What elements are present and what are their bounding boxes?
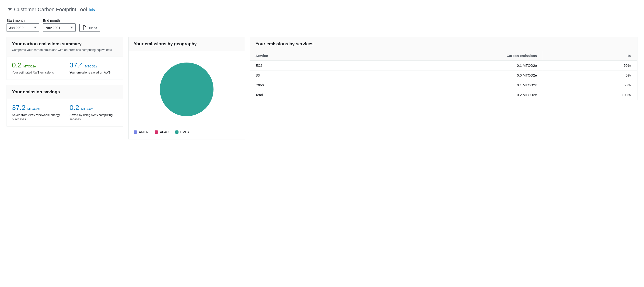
estimated-emissions-value: 0.2 (12, 62, 22, 68)
legend-swatch-icon (175, 130, 178, 134)
start-month-label: Start month (6, 18, 39, 22)
table-row: Total0.2 MTCO2e100% (250, 90, 637, 100)
services-card-title: Your emissions by services (256, 41, 632, 46)
print-label: Print (89, 26, 97, 30)
legend-swatch-icon (155, 130, 158, 134)
service-name-cell: EC2 (250, 61, 355, 70)
table-row: Other0.1 MTCO2e50% (250, 80, 637, 90)
emissions-by-geography-card: Your emissions by geography AMERAPACEMEA (128, 37, 245, 139)
renewable-savings-unit: MTCO2e (27, 107, 40, 110)
saved-emissions-value: 37.4 (70, 62, 83, 68)
start-month-select[interactable]: Jan 2020 (6, 23, 39, 32)
service-emissions-cell: 0.0 MTCO2e (355, 70, 542, 80)
services-table: Service Carbon emissions % EC20.1 MTCO2e… (250, 51, 637, 100)
end-month-value: Nov 2021 (46, 26, 60, 30)
end-month-label: End month (43, 18, 76, 22)
computing-savings-unit: MTCO2e (81, 107, 94, 110)
renewable-savings-value: 37.2 (12, 104, 26, 111)
info-link[interactable]: Info (89, 8, 96, 12)
section-header: Customer Carbon Footprint Tool Info (6, 6, 638, 15)
geography-card-title: Your emissions by geography (134, 41, 240, 46)
service-percent-cell: 0% (542, 70, 637, 80)
service-percent-cell: 50% (542, 61, 637, 70)
emission-savings-card: Your emission savings 37.2 MTCO2e Saved … (6, 85, 123, 126)
saved-emissions-unit: MTCO2e (85, 65, 97, 68)
service-percent-cell: 100% (542, 90, 637, 100)
service-emissions-cell: 0.2 MTCO2e (355, 90, 542, 100)
legend-item: EMEA (175, 130, 190, 134)
end-month-select[interactable]: Nov 2021 (43, 23, 76, 32)
chevron-down-icon (34, 26, 37, 28)
summary-card-title: Your carbon emissions summary (12, 41, 118, 46)
services-col-percent: % (542, 51, 637, 61)
services-col-service: Service (250, 51, 355, 61)
computing-savings-value: 0.2 (70, 104, 79, 111)
legend-label: AMER (139, 130, 148, 134)
services-col-emissions: Carbon emissions (355, 51, 542, 61)
page-title: Customer Carbon Footprint Tool (14, 6, 87, 12)
service-name-cell: Total (250, 90, 355, 100)
service-emissions-cell: 0.1 MTCO2e (355, 80, 542, 90)
service-percent-cell: 50% (542, 80, 637, 90)
emissions-by-services-card: Your emissions by services Service Carbo… (250, 37, 638, 100)
controls-row: Start month Jan 2020 End month Nov 2021 … (6, 18, 638, 32)
saved-emissions-label: Your emissions saved on AWS (70, 70, 118, 75)
geography-pie-chart (160, 62, 214, 116)
service-name-cell: S3 (250, 70, 355, 80)
table-row: EC20.1 MTCO2e50% (250, 61, 637, 70)
renewable-savings-label: Saved from AWS renewable energy purchase… (12, 113, 60, 121)
collapse-caret-icon[interactable] (8, 8, 12, 11)
carbon-summary-card: Your carbon emissions summary Compares y… (6, 37, 123, 80)
start-month-value: Jan 2020 (9, 26, 24, 30)
summary-card-subtitle: Compares your carbon emissions with on-p… (12, 48, 118, 52)
legend-item: APAC (155, 130, 168, 134)
legend-item: AMER (134, 130, 148, 134)
service-name-cell: Other (250, 80, 355, 90)
savings-card-title: Your emission savings (12, 89, 118, 94)
chevron-down-icon (70, 26, 73, 28)
computing-savings-label: Saved by using AWS computing services (70, 113, 118, 121)
legend-label: APAC (160, 130, 168, 134)
geography-legend: AMERAPACEMEA (134, 128, 240, 134)
print-button[interactable]: Print (79, 24, 100, 32)
service-emissions-cell: 0.1 MTCO2e (355, 61, 542, 70)
legend-label: EMEA (180, 130, 190, 134)
table-row: S30.0 MTCO2e0% (250, 70, 637, 80)
legend-swatch-icon (134, 130, 137, 134)
estimated-emissions-label: Your estimated AWS emissions (12, 70, 60, 75)
estimated-emissions-unit: MTCO2e (24, 65, 36, 68)
document-icon (83, 26, 86, 30)
